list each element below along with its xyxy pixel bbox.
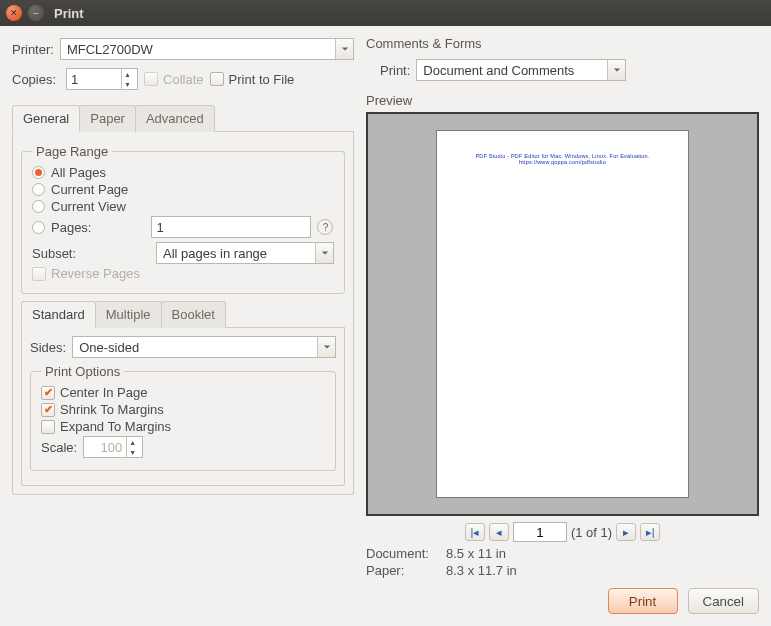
- tab-standard[interactable]: Standard: [21, 301, 96, 328]
- nav-last-button[interactable]: ▸|: [640, 523, 660, 541]
- help-icon[interactable]: ?: [317, 219, 333, 235]
- preview-nav: |◂ ◂ (1 of 1) ▸ ▸|: [366, 522, 759, 542]
- tab-booklet[interactable]: Booklet: [161, 301, 226, 328]
- nav-next-button[interactable]: ▸: [616, 523, 636, 541]
- scale-label: Scale:: [41, 440, 77, 455]
- sides-label: Sides:: [30, 340, 66, 355]
- printer-value: MFCL2700DW: [67, 42, 153, 57]
- chevron-down-icon: [317, 337, 335, 357]
- copies-value[interactable]: [67, 69, 121, 89]
- preview-title: Preview: [366, 93, 759, 108]
- tab-paper[interactable]: Paper: [79, 105, 136, 132]
- pages-input[interactable]: [151, 216, 311, 238]
- printer-combo[interactable]: MFCL2700DW: [60, 38, 354, 60]
- cancel-button[interactable]: Cancel: [688, 588, 760, 614]
- scale-spinner: ▲▼: [83, 436, 143, 458]
- titlebar: ✕ – Print: [0, 0, 771, 26]
- comments-combo[interactable]: Document and Comments: [416, 59, 626, 81]
- reverse-pages-checkbox: Reverse Pages: [32, 266, 140, 281]
- paper-size-value: 8.3 x 11.7 in: [446, 563, 759, 578]
- window-minimize-button[interactable]: –: [28, 5, 44, 21]
- tab-general[interactable]: General: [12, 105, 80, 132]
- chevron-down-icon: [315, 243, 333, 263]
- shrink-to-margins-checkbox[interactable]: ✔Shrink To Margins: [41, 402, 164, 417]
- radio-pages[interactable]: Pages:: [32, 220, 91, 235]
- print-to-file-checkbox[interactable]: Print to File: [210, 72, 295, 87]
- center-in-page-checkbox[interactable]: ✔Center In Page: [41, 385, 147, 400]
- radio-current-view[interactable]: Current View: [32, 199, 126, 214]
- copies-spinner[interactable]: ▲▼: [66, 68, 138, 90]
- preview-area: PDF Studio - PDF Editor for Mac, Windows…: [366, 112, 759, 516]
- nav-prev-button[interactable]: ◂: [489, 523, 509, 541]
- comments-forms-title: Comments & Forms: [366, 36, 759, 51]
- subset-combo[interactable]: All pages in range: [156, 242, 334, 264]
- preview-info: Document: 8.5 x 11 in Paper: 8.3 x 11.7 …: [366, 546, 759, 578]
- window-title: Print: [54, 6, 84, 21]
- radio-current-page[interactable]: Current Page: [32, 182, 128, 197]
- print-options-fieldset: Print Options ✔Center In Page ✔Shrink To…: [30, 364, 336, 471]
- radio-all-pages[interactable]: All Pages: [32, 165, 106, 180]
- doc-size-value: 8.5 x 11 in: [446, 546, 759, 561]
- print-options-legend: Print Options: [41, 364, 124, 379]
- comments-print-label: Print:: [380, 63, 410, 78]
- chevron-down-icon: [607, 60, 625, 80]
- preview-watermark: PDF Studio - PDF Editor for Mac, Windows…: [450, 153, 676, 165]
- page-range-fieldset: Page Range All Pages Current Page Curren…: [21, 144, 345, 294]
- preview-page: PDF Studio - PDF Editor for Mac, Windows…: [436, 130, 689, 498]
- paper-size-label: Paper:: [366, 563, 446, 578]
- page-range-legend: Page Range: [32, 144, 112, 159]
- layout-tabs: Standard Multiple Booklet: [21, 300, 345, 328]
- chevron-down-icon: [335, 39, 353, 59]
- spinner-arrows-icon: ▲▼: [126, 437, 138, 457]
- subset-label: Subset:: [32, 246, 150, 261]
- tab-multiple[interactable]: Multiple: [95, 301, 162, 328]
- copies-label: Copies:: [12, 72, 56, 87]
- expand-to-margins-checkbox[interactable]: Expand To Margins: [41, 419, 171, 434]
- spinner-arrows-icon[interactable]: ▲▼: [121, 69, 133, 89]
- printer-label: Printer:: [12, 42, 54, 57]
- nav-page-input[interactable]: [513, 522, 567, 542]
- window-close-button[interactable]: ✕: [6, 5, 22, 21]
- scale-value: [84, 437, 126, 457]
- sides-combo[interactable]: One-sided: [72, 336, 336, 358]
- collate-checkbox: Collate: [144, 72, 203, 87]
- main-tabs: General Paper Advanced: [12, 104, 354, 132]
- nav-page-of: (1 of 1): [571, 525, 612, 540]
- nav-first-button[interactable]: |◂: [465, 523, 485, 541]
- doc-size-label: Document:: [366, 546, 446, 561]
- print-button[interactable]: Print: [608, 588, 678, 614]
- tab-advanced[interactable]: Advanced: [135, 105, 215, 132]
